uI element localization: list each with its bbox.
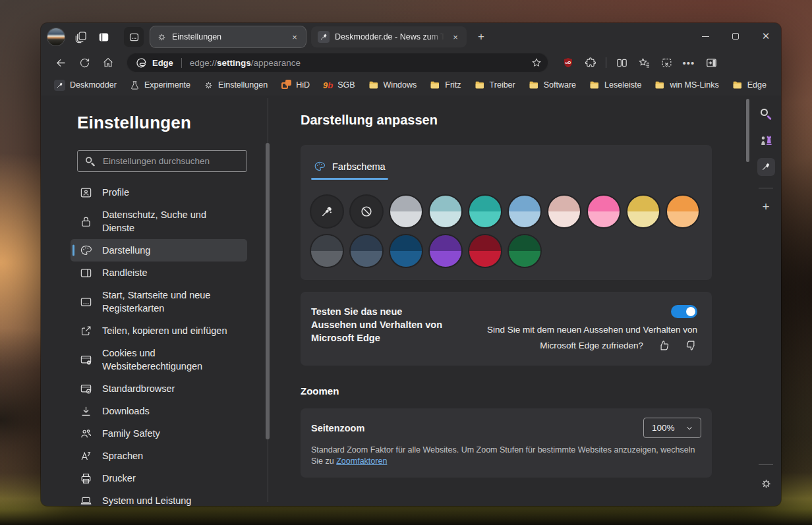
new-look-toggle[interactable] [671,305,697,318]
favorite-folder-edge[interactable]: Edge [727,77,772,93]
favorite-experimente[interactable]: Experimente [125,78,196,93]
seitenzoom-label: Seitenzoom [311,423,364,433]
page-scrollbar-thumb[interactable] [746,99,749,162]
tab-close-icon[interactable]: × [289,31,301,43]
workspaces-icon[interactable] [70,27,92,47]
extensions-puzzle-icon[interactable] [580,53,601,72]
site-permissions-icon [80,354,92,366]
color-swatch-purple[interactable] [430,235,461,267]
desktop-wallpaper: Einstellungen × Deskmodder.de - News zum… [0,0,812,525]
sidebar-item-standardbrowser[interactable]: Standardbrowser [71,377,247,400]
zoomfaktoren-link[interactable]: Zoomfaktoren [336,456,387,466]
url-divider [181,58,182,68]
split-screen-icon[interactable] [611,53,632,72]
sidebar-scrollbar-thumb[interactable] [266,143,270,439]
sidebar-item-downloads[interactable]: Downloads [71,400,247,422]
color-swatch-orange[interactable] [667,196,699,227]
search-icon [760,108,772,120]
back-button[interactable] [50,53,71,72]
color-swatch-blue[interactable] [509,196,540,227]
sidebar-item-profile[interactable]: Profile [71,181,247,204]
no-color-swatch[interactable] [351,196,382,227]
favorite-deskmodder[interactable]: Deskmodder [49,77,122,94]
color-swatch-pink[interactable] [588,196,620,227]
address-bar[interactable]: Edge edge://settings/appearance [127,53,548,72]
color-swatch-light-teal[interactable] [430,196,461,227]
sidebar-item-drucker[interactable]: Drucker [71,467,247,489]
home-button[interactable] [98,53,119,72]
sidebar-search-button[interactable] [755,103,776,124]
ublock-extension-icon[interactable] [558,53,579,72]
thumbs-up-icon[interactable] [658,339,670,352]
tab-actions-menu-button[interactable] [124,27,144,47]
favorite-star-icon[interactable] [531,57,542,68]
color-swatch-gray[interactable] [390,196,422,227]
gear-icon [157,32,167,42]
sidebar-settings-button[interactable] [755,473,776,494]
zoom-level-dropdown[interactable]: 100% [643,418,701,438]
favorite-folder-fritz[interactable]: Fritz [424,77,466,93]
favorite-folder-treiber[interactable]: Treiber [469,77,521,93]
settings-main-pane: Darstellung anpassen Farbschema [267,96,751,506]
color-swatch-yellow[interactable] [627,196,659,227]
web-capture-icon[interactable] [656,53,677,72]
refresh-button[interactable] [74,53,95,72]
new-tab-button[interactable]: + [472,28,490,46]
close-button[interactable]: ✕ [751,23,781,49]
color-swatch-blush[interactable] [548,196,580,227]
favorite-folder-software[interactable]: Software [523,77,581,93]
farbschema-tab-label: Farbschema [332,161,386,172]
favorite-folder-windows[interactable]: Windows [363,77,422,93]
color-swatch-dark-blue[interactable] [390,235,422,267]
color-swatch-red[interactable] [469,235,501,267]
tab-einstellungen[interactable]: Einstellungen × [150,26,306,47]
new-look-card: Testen Sie das neue Aussehen und Verhalt… [301,292,712,366]
sidebar-item-sprachen[interactable]: Sprachen [71,445,247,467]
sidebar-item-randleiste[interactable]: Randleiste [71,262,247,284]
sidebar-pinned-deskmodder[interactable] [755,156,776,177]
color-swatch-teal[interactable] [469,196,501,227]
edge-browser-window: Einstellungen × Deskmodder.de - News zum… [41,23,781,506]
thumbs-down-icon[interactable] [685,339,697,352]
site-name: Edge [152,58,173,68]
default-browser-icon [80,383,92,395]
maximize-button[interactable] [720,23,751,49]
minimize-button[interactable] [690,23,720,49]
sidebar-item-system[interactable]: System und Leistung [71,489,247,506]
more-menu-icon[interactable]: ••• [678,53,699,72]
tab-farbschema[interactable]: Farbschema [311,161,388,180]
sidebar-games-button[interactable] [755,130,776,151]
settings-search-input[interactable] [103,156,240,166]
favorite-folder-win-ms-links[interactable]: win MS-Links [649,77,724,93]
tab-deskmodder[interactable]: Deskmodder.de - News zum Then × [311,26,467,47]
favorite-einstellungen[interactable]: Einstellungen [198,78,273,93]
favorites-list-icon[interactable] [633,53,654,72]
folder-icon [654,80,665,90]
favorite-hid[interactable]: HiD [276,77,315,93]
profile-avatar[interactable] [47,28,65,45]
sidebar-toggle-icon[interactable] [701,53,722,72]
settings-search-box[interactable] [77,150,247,172]
toolbar-divider [606,57,606,68]
color-swatch-green[interactable] [509,235,540,267]
sidebar-item-family-safety[interactable]: Family Safety [71,422,247,445]
sidebar-item-start[interactable]: Start, Startseite und neue Registerkarte… [71,284,247,319]
tab-close-icon[interactable]: × [450,31,461,43]
maximize-icon [732,33,739,40]
favorite-sgb[interactable]: 9bSGB [318,78,361,93]
sidebar-item-cookies[interactable]: Cookies und Websiteberechtigungen [71,342,247,377]
sidebar-add-button[interactable]: + [755,196,776,217]
sidebar-item-darstellung[interactable]: Darstellung [71,239,247,262]
color-swatch-dark-gray[interactable] [311,235,343,267]
color-swatch-blue-gray[interactable] [351,235,382,267]
tab-title: Deskmodder.de - News zum Then [335,32,444,41]
close-icon: ✕ [762,30,770,42]
sidebar-item-datenschutz[interactable]: Datenschutz, Suche und Dienste [71,204,247,239]
sidebar-item-teilen[interactable]: Teilen, kopieren und einfügen [71,319,247,342]
favorites-overflow-chevron-icon[interactable] [778,80,781,90]
settings-sidebar: Einstellungen Profile Datenschutz, Suche… [41,96,267,506]
favorite-folder-leseleiste[interactable]: Leseleiste [584,77,647,93]
favorites-bar: Deskmodder Experimente Einstellungen HiD… [41,74,781,96]
custom-color-swatch[interactable] [311,196,343,227]
vertical-tabs-icon[interactable] [92,27,115,47]
